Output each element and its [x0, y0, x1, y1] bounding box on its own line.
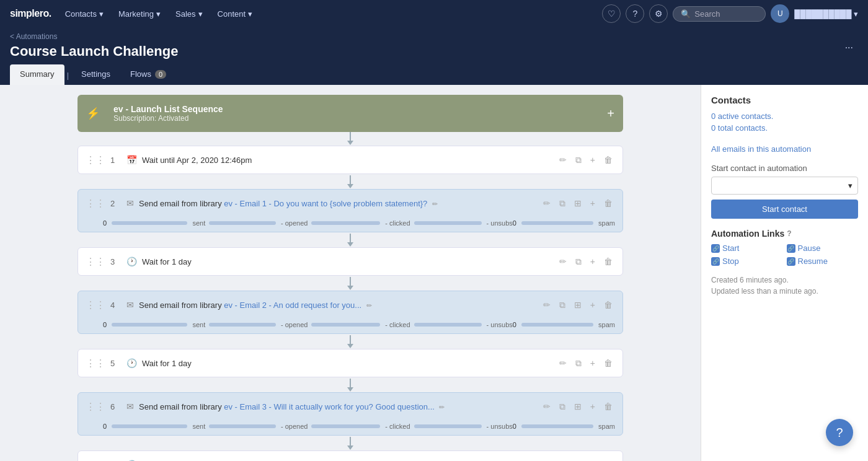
drag-handle[interactable]: ⋮⋮ [86, 401, 105, 413]
copy2-button[interactable]: ⊞ [572, 400, 584, 413]
connector [78, 335, 623, 349]
search-box[interactable]: 🔍 Search [673, 6, 766, 22]
delete-button[interactable]: 🗑 [601, 255, 615, 268]
edit-button[interactable]: ✏ [541, 197, 553, 209]
edit-pencil-icon[interactable]: ✏ [439, 403, 445, 411]
email-link[interactable]: ev - Email 2 - An odd request for you... [224, 301, 361, 310]
step-text: Send email from library ev - Email 2 - A… [139, 301, 541, 310]
nav-content[interactable]: Content ▾ [211, 6, 259, 22]
step-text: Wait for 1 day [142, 257, 557, 266]
delete-button[interactable]: 🗑 [601, 357, 615, 369]
auto-link-pause[interactable]: 🔗 Pause [787, 244, 859, 253]
stat-unsubs: - unsubs [410, 219, 513, 227]
step-2: ⋮⋮ 2 ✉ Send email from library ev - Emai… [78, 189, 623, 232]
drag-handle[interactable]: ⋮⋮ [86, 256, 105, 268]
help-question-icon[interactable]: ? [787, 229, 791, 238]
contacts-section: Contacts 0 active contacts. 0 total cont… [711, 95, 858, 154]
copy-button[interactable]: ⧉ [573, 154, 584, 167]
stat-sent: 0 sent [103, 423, 205, 430]
step-text: Send email from library ev - Email 1 - D… [139, 199, 541, 208]
breadcrumb[interactable]: < Automations [10, 32, 178, 41]
step-text: Wait until Apr 2, 2020 12:46pm [142, 156, 557, 165]
more-options-button[interactable]: ··· [840, 37, 858, 58]
delete-button[interactable]: 🗑 [601, 154, 615, 166]
tab-flows[interactable]: Flows 0 [120, 64, 176, 85]
connector [78, 277, 623, 291]
logo[interactable]: simplero. [10, 8, 51, 19]
step-4: ⋮⋮ 4 ✉ Send email from library ev - Emai… [78, 291, 623, 334]
trigger-block[interactable]: ⚡ ev - Launch List Sequence Subscription… [78, 95, 623, 132]
email-link[interactable]: ev - Email 3 - Will it actually work for… [224, 402, 435, 411]
drag-handle[interactable]: ⋮⋮ [86, 459, 105, 462]
total-contacts-link[interactable]: 0 total contacts. [711, 123, 858, 133]
settings-icon[interactable]: ⚙ [649, 4, 668, 23]
trigger-lightning-icon: ⚡ [78, 95, 108, 132]
copy-button[interactable]: ⧉ [557, 400, 568, 413]
trigger-subtitle: Subscription: Activated [113, 114, 593, 123]
avatar[interactable]: U [771, 4, 789, 23]
tab-settings[interactable]: Settings [71, 64, 120, 85]
copy2-button[interactable]: ⊞ [572, 197, 584, 209]
edit-pencil-icon[interactable]: ✏ [432, 200, 438, 208]
copy-button[interactable]: ⧉ [557, 299, 568, 312]
start-contact-dropdown[interactable]: ▾ [711, 177, 858, 195]
step-number: 4 [110, 301, 122, 310]
nav-sales[interactable]: Sales ▾ [169, 6, 209, 22]
edit-button[interactable]: ✏ [541, 299, 553, 311]
add-button[interactable]: + [588, 197, 598, 209]
delete-button[interactable]: 🗑 [601, 299, 615, 311]
help-icon[interactable]: ? [626, 4, 644, 23]
help-fab[interactable]: ? [826, 419, 853, 446]
drag-handle[interactable]: ⋮⋮ [86, 358, 105, 369]
copy-button[interactable]: ⧉ [573, 255, 584, 268]
copy2-button[interactable]: ⊞ [572, 299, 584, 311]
favorites-icon[interactable]: ♡ [602, 4, 621, 23]
step-number: 2 [110, 199, 122, 208]
page-header: < Automations Course Launch Challenge ··… [0, 27, 868, 85]
delete-button[interactable]: 🗑 [601, 459, 615, 461]
edit-button[interactable]: ✏ [557, 255, 569, 268]
drag-handle[interactable]: ⋮⋮ [86, 198, 105, 209]
start-contact-button[interactable]: Start contact [711, 200, 858, 219]
delete-button[interactable]: 🗑 [601, 197, 615, 209]
connector [78, 175, 623, 189]
nav-contacts[interactable]: Contacts ▾ [59, 6, 110, 22]
tab-summary[interactable]: Summary [10, 64, 64, 85]
step-1: ⋮⋮ 1 📅 Wait until Apr 2, 2020 12:46pm ✏ … [78, 146, 623, 174]
copy-button[interactable]: ⧉ [573, 459, 584, 462]
add-button[interactable]: + [588, 400, 598, 413]
copy-button[interactable]: ⧉ [573, 357, 584, 370]
auto-link-start[interactable]: 🔗 Start [711, 244, 783, 253]
step-3: ⋮⋮ 3 🕐 Wait for 1 day ✏ ⧉ + 🗑 [78, 247, 623, 276]
trigger-title: ev - Launch List Sequence [113, 104, 593, 114]
email-link[interactable]: ev - Email 1 - Do you want to {solve pro… [224, 199, 427, 208]
all-emails-link[interactable]: All emails in this automation [711, 144, 858, 154]
edit-button[interactable]: ✏ [557, 357, 569, 369]
edit-button[interactable]: ✏ [541, 400, 553, 413]
start-contact-label: Start contact in automation [711, 164, 858, 173]
step-actions: ✏ ⧉ + 🗑 [557, 459, 615, 462]
trigger-content: ev - Launch List Sequence Subscription: … [108, 99, 598, 128]
drag-handle[interactable]: ⋮⋮ [86, 154, 105, 166]
add-button[interactable]: + [588, 255, 598, 268]
add-button[interactable]: + [588, 154, 598, 166]
edit-button[interactable]: ✏ [557, 459, 569, 461]
edit-pencil-icon[interactable]: ✏ [366, 302, 372, 309]
auto-link-stop[interactable]: 🔗 Stop [711, 257, 783, 266]
copy-button[interactable]: ⧉ [557, 197, 568, 210]
add-button[interactable]: + [588, 299, 598, 311]
auto-link-resume[interactable]: 🔗 Resume [787, 257, 859, 266]
nav-marketing[interactable]: Marketing ▾ [112, 6, 167, 22]
active-contacts-link[interactable]: 0 active contacts. [711, 112, 858, 121]
add-button[interactable]: + [588, 459, 598, 461]
user-name[interactable]: ██████████ ▾ [794, 9, 858, 19]
step-actions: ✏ ⧉ + 🗑 [557, 154, 615, 167]
edit-button[interactable]: ✏ [557, 154, 569, 166]
step-number: 1 [110, 156, 122, 165]
drag-handle[interactable]: ⋮⋮ [86, 299, 105, 311]
contacts-title: Contacts [711, 95, 858, 105]
add-button[interactable]: + [588, 357, 598, 369]
delete-button[interactable]: 🗑 [601, 400, 615, 413]
trigger-add-button[interactable]: + [598, 95, 623, 132]
page-title: Course Launch Challenge [10, 43, 178, 59]
